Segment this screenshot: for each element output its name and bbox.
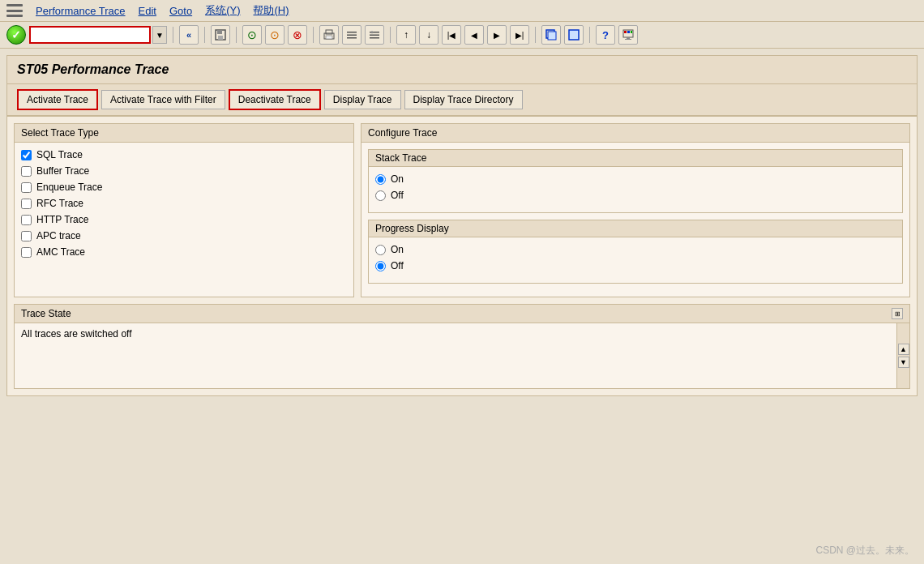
stack-off-radio[interactable] (375, 190, 386, 201)
apc-trace-checkbox[interactable] (21, 231, 32, 241)
svg-rect-15 (569, 30, 579, 40)
progress-on-label: On (391, 244, 404, 255)
sep-2 (204, 27, 205, 43)
watermark: CSDN @过去。未来。 (815, 544, 914, 558)
prev-btn[interactable]: ◀ (464, 25, 484, 45)
svg-rect-2 (218, 36, 223, 40)
stack-trace-subpanel: Stack Trace On Off (368, 149, 903, 213)
command-dropdown-btn[interactable]: ▼ (152, 26, 167, 44)
progress-on-radio[interactable] (375, 245, 386, 255)
print-btn[interactable] (319, 25, 339, 45)
http-trace-checkbox[interactable] (21, 215, 32, 225)
monitor-btn[interactable] (618, 25, 638, 45)
sql-trace-label: SQL Trace (36, 149, 83, 160)
svg-point-12 (371, 31, 374, 33)
progress-off-row: Off (375, 260, 896, 271)
menu-edit[interactable]: Edit (139, 5, 156, 17)
buffer-trace-label: Buffer Trace (36, 165, 89, 177)
upload-btn[interactable]: ↑ (396, 25, 416, 45)
stop-btn[interactable]: ⊗ (288, 25, 307, 45)
enqueue-trace-label: Enqueue Trace (36, 182, 102, 193)
app-menu-icon[interactable] (6, 4, 23, 17)
svg-rect-7 (347, 35, 357, 36)
menu-system[interactable]: 系统(Y) (205, 3, 240, 18)
status-ok-icon: ✓ (6, 25, 26, 45)
rfc-trace-label: RFC Trace (36, 198, 83, 209)
http-trace-row: HTTP Trace (21, 214, 347, 225)
amc-trace-row: AMC Trace (21, 246, 347, 258)
window1-btn[interactable] (541, 25, 561, 45)
configure-trace-panel: Configure Trace Stack Trace On Off (361, 123, 910, 297)
scroll-indicator: ▲ ▼ (896, 323, 909, 388)
activate-trace-button[interactable]: Activate Trace (17, 89, 98, 110)
enqueue-trace-row: Enqueue Trace (21, 182, 347, 193)
next-btn[interactable]: ▶ (487, 25, 507, 45)
settings2-btn[interactable] (365, 25, 384, 45)
stack-off-label: Off (391, 190, 404, 201)
display-trace-directory-button[interactable]: Display Trace Directory (404, 90, 523, 109)
activate-trace-filter-button[interactable]: Activate Trace with Filter (101, 90, 225, 109)
trace-state-label: Trace State (21, 308, 71, 319)
select-trace-type-content: SQL Trace Buffer Trace Enqueue Trace RFC… (15, 143, 353, 269)
svg-rect-8 (347, 37, 357, 39)
buffer-trace-checkbox[interactable] (21, 166, 32, 177)
sql-trace-checkbox[interactable] (21, 150, 32, 160)
svg-rect-14 (548, 32, 556, 40)
command-input[interactable] (29, 26, 151, 44)
resize-handle[interactable]: ⊞ (892, 308, 903, 319)
main-content: ST05 Performance Trace Activate Trace Ac… (6, 55, 918, 396)
display-trace-button[interactable]: Display Trace (324, 90, 401, 109)
sql-trace-row: SQL Trace (21, 149, 347, 160)
http-trace-label: HTTP Trace (36, 214, 88, 225)
trace-state-header: Trace State ⊞ (15, 305, 909, 323)
scroll-down-btn[interactable]: ▼ (898, 357, 909, 368)
svg-rect-20 (627, 31, 630, 33)
save-btn[interactable] (211, 25, 230, 45)
panels-row: Select Trace Type SQL Trace Buffer Trace… (7, 117, 917, 304)
stack-on-label: On (391, 173, 404, 185)
stack-on-row: On (375, 173, 896, 185)
find-btn[interactable]: ⊙ (242, 25, 262, 45)
menu-performance-trace[interactable]: Performance Trace (36, 5, 126, 17)
rfc-trace-checkbox[interactable] (21, 199, 32, 209)
progress-off-radio[interactable] (375, 261, 386, 271)
menu-help[interactable]: 帮助(H) (253, 3, 289, 18)
svg-rect-19 (624, 31, 627, 33)
amc-trace-checkbox[interactable] (21, 247, 32, 258)
find-next-btn[interactable]: ⊙ (265, 25, 284, 45)
deactivate-trace-button[interactable]: Deactivate Trace (229, 89, 321, 110)
progress-off-label: Off (391, 260, 404, 271)
command-field-container: ▼ (29, 26, 167, 44)
apc-trace-row: APC trace (21, 230, 347, 241)
progress-display-subpanel: Progress Display On Off (368, 220, 903, 284)
help-icon-btn[interactable]: ? (596, 25, 615, 45)
progress-display-header: Progress Display (369, 220, 902, 237)
sep-7 (589, 27, 590, 43)
scroll-up-btn[interactable]: ▲ (898, 344, 909, 355)
settings-btn[interactable] (342, 25, 361, 45)
rfc-trace-row: RFC Trace (21, 198, 347, 209)
select-trace-type-panel: Select Trace Type SQL Trace Buffer Trace… (14, 123, 354, 297)
last-btn[interactable]: ▶| (510, 25, 529, 45)
stack-on-radio[interactable] (375, 174, 386, 185)
enqueue-trace-checkbox[interactable] (21, 182, 32, 193)
trace-state-section: Trace State ⊞ All traces are switched of… (14, 304, 910, 389)
first-btn[interactable]: |◀ (442, 25, 461, 45)
progress-display-content: On Off (369, 237, 902, 283)
amc-trace-label: AMC Trace (36, 246, 85, 258)
download-btn[interactable]: ↓ (419, 25, 438, 45)
sep-1 (173, 27, 173, 43)
stack-off-row: Off (375, 190, 896, 201)
window2-btn[interactable] (564, 25, 584, 45)
menu-goto[interactable]: Goto (169, 5, 192, 17)
svg-rect-18 (625, 39, 631, 40)
configure-trace-header: Configure Trace (361, 124, 909, 143)
svg-rect-1 (217, 30, 222, 34)
svg-rect-6 (347, 32, 357, 33)
buffer-trace-row: Buffer Trace (21, 165, 347, 177)
trace-state-text: All traces are switched off (21, 328, 132, 340)
menu-bar: Performance Trace Edit Goto 系统(Y) 帮助(H) (0, 0, 924, 22)
svg-rect-21 (631, 31, 632, 33)
apc-trace-label: APC trace (36, 230, 81, 241)
back-btn[interactable]: « (179, 25, 199, 45)
